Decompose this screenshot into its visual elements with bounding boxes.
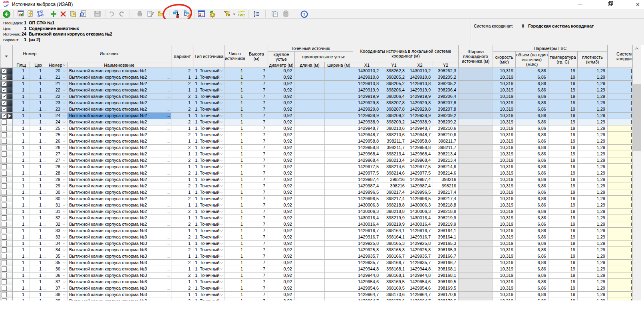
- cell-diam[interactable]: 0,92: [268, 253, 295, 260]
- cell-shpl[interactable]: [459, 183, 493, 189]
- ellipsis-button[interactable]: …: [167, 145, 170, 151]
- cell-speed[interactable]: 10,319: [493, 215, 516, 221]
- cell-name[interactable]: Вытяжной камин корпуса откорма №3…: [68, 285, 171, 292]
- close-button[interactable]: ✕: [629, 0, 644, 9]
- cell-speed[interactable]: 10,319: [493, 285, 516, 292]
- cell-speed[interactable]: 10,319: [493, 196, 516, 202]
- paste-button[interactable]: [281, 9, 291, 18]
- cell-height[interactable]: 7: [245, 234, 268, 241]
- row-checkbox[interactable]: [2, 260, 7, 265]
- cell-volume[interactable]: 6,86: [516, 260, 549, 266]
- row-selector[interactable]: [0, 279, 13, 285]
- cell-y2[interactable]: 398207,8: [433, 106, 459, 113]
- cell-diam[interactable]: 0,92: [268, 196, 295, 202]
- dropdown-chevron[interactable]: [63, 229, 66, 232]
- cell-volume[interactable]: 6,86: [516, 100, 549, 106]
- ellipsis-button[interactable]: …: [42, 164, 46, 170]
- scroll-up-button[interactable]: [633, 45, 641, 52]
- cell-diam[interactable]: 0,92: [268, 272, 295, 279]
- row-checkbox[interactable]: [2, 292, 7, 297]
- cell-name[interactable]: Вытяжной камин корпуса откорма №2…: [68, 202, 171, 209]
- ellipsis-button[interactable]: …: [25, 254, 29, 260]
- cell-variant[interactable]: 2: [171, 81, 193, 87]
- cell-plsh[interactable]: 1…: [13, 157, 30, 164]
- cell-nomer[interactable]: 29: [47, 183, 68, 189]
- cell-volume[interactable]: 6,86: [516, 151, 549, 157]
- cell-dens[interactable]: 1,29: [578, 93, 608, 100]
- row-checkbox[interactable]: [2, 177, 7, 182]
- ellipsis-button[interactable]: …: [167, 235, 170, 241]
- scrollbar-thumb[interactable]: [633, 84, 641, 151]
- cell-variant[interactable]: 2: [171, 170, 193, 177]
- cell-speed[interactable]: 10,319: [493, 279, 516, 285]
- cell-type[interactable]: 1. Точечный: [193, 189, 225, 196]
- cell-count[interactable]: 1: [225, 145, 245, 151]
- cell-sys[interactable]: [608, 157, 633, 164]
- ellipsis-button[interactable]: …: [42, 222, 46, 228]
- cell-x2[interactable]: 1429938,9: [407, 113, 433, 119]
- cell-dens[interactable]: 1,29: [578, 145, 608, 151]
- cell-temp[interactable]: 19: [549, 113, 578, 119]
- cell-height[interactable]: 7: [245, 221, 268, 228]
- cell-x2[interactable]: 1429935,7: [407, 253, 433, 260]
- cell-shpl[interactable]: [459, 177, 493, 183]
- cell-sys[interactable]: [608, 68, 633, 74]
- gear-arrow-button[interactable]: [207, 9, 217, 18]
- cell-speed[interactable]: 10,319: [493, 221, 516, 228]
- cell-x2[interactable]: 1429958,8: [407, 138, 433, 145]
- cell-type[interactable]: 1. Точечный: [193, 119, 225, 125]
- cell-count[interactable]: 1: [225, 100, 245, 106]
- cell-type[interactable]: 1. Точечный: [193, 87, 225, 93]
- cell-x2[interactable]: 1429944,8: [407, 266, 433, 272]
- cell-variant[interactable]: 2: [171, 68, 193, 74]
- row-checkbox[interactable]: [2, 145, 7, 150]
- copy-page-button[interactable]: [270, 9, 280, 18]
- cell-y2[interactable]: 398164,1: [433, 228, 459, 234]
- cell-count[interactable]: 1: [225, 247, 245, 253]
- ellipsis-button[interactable]: …: [25, 119, 29, 125]
- cell-variant[interactable]: 1: [171, 241, 193, 247]
- cell-sys[interactable]: [608, 106, 633, 113]
- ellipsis-button[interactable]: …: [42, 177, 46, 183]
- cell-x1[interactable]: 1429964,7: [353, 292, 381, 298]
- cell-x1[interactable]: 1429910,8: [353, 81, 381, 87]
- row-selector[interactable]: [0, 228, 13, 234]
- cell-variant[interactable]: 2: [171, 247, 193, 253]
- cell-variant[interactable]: 2: [171, 196, 193, 202]
- column-group-coords[interactable]: Координаты источника в локальной системе…: [353, 45, 459, 62]
- cell-y2[interactable]: 398164,1: [433, 234, 459, 241]
- dropdown-chevron[interactable]: [220, 184, 223, 187]
- cell-diam[interactable]: 0,92: [268, 100, 295, 106]
- cell-plsh[interactable]: 1…: [13, 228, 30, 234]
- cell-type[interactable]: 1. Точечный: [193, 145, 225, 151]
- row-selector[interactable]: [0, 132, 13, 138]
- cell-name[interactable]: Вытяжной камин корпуса откорма №3…: [68, 298, 171, 300]
- cell-plsh[interactable]: 1…: [13, 106, 30, 113]
- cell-dlina[interactable]: [295, 100, 325, 106]
- cell-nomer[interactable]: 32: [47, 221, 68, 228]
- cell-x2[interactable]: 1429948,7: [407, 132, 433, 138]
- cell-diam[interactable]: 0,92: [268, 68, 295, 74]
- cell-x1[interactable]: 1429944,8: [353, 266, 381, 272]
- ellipsis-button[interactable]: …: [42, 139, 46, 145]
- cell-y1[interactable]: 398165,3: [381, 247, 407, 253]
- cell-variant[interactable]: 2: [171, 272, 193, 279]
- cell-variant[interactable]: 2: [171, 234, 193, 241]
- cell-variant[interactable]: 2: [171, 132, 193, 138]
- cell-y2[interactable]: 398168,1: [433, 272, 459, 279]
- dropdown-chevron[interactable]: [63, 69, 66, 72]
- cell-temp[interactable]: 19: [549, 164, 578, 170]
- cell-count[interactable]: 1: [225, 202, 245, 209]
- cell-count[interactable]: 1: [225, 164, 245, 170]
- cell-temp[interactable]: 19: [549, 247, 578, 253]
- cell-type[interactable]: 1. Точечный: [193, 81, 225, 87]
- cell-speed[interactable]: 10,319: [493, 228, 516, 234]
- cell-speed[interactable]: 10,319: [493, 272, 516, 279]
- cell-height[interactable]: 7: [245, 285, 268, 292]
- cell-speed[interactable]: 10,319: [493, 100, 516, 106]
- row-selector[interactable]: [0, 292, 13, 298]
- cell-count[interactable]: 1: [225, 215, 245, 221]
- cell-y1[interactable]: 398219,9: [381, 221, 407, 228]
- cell-dlina[interactable]: [295, 253, 325, 260]
- cell-x1[interactable]: 1429987,4: [353, 183, 381, 189]
